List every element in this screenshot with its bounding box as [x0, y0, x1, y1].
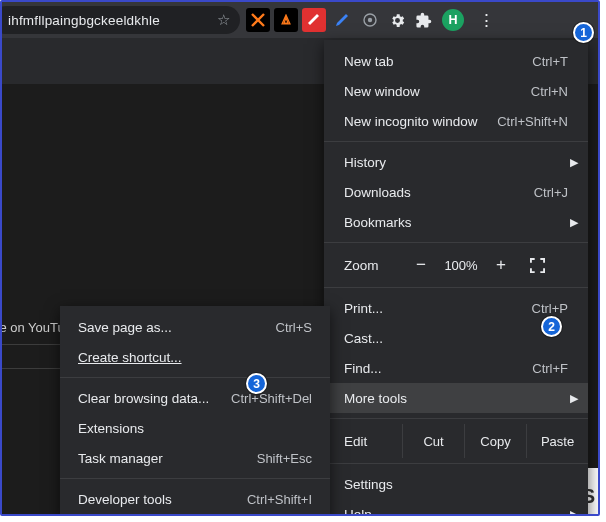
extension-icon-2[interactable] — [274, 8, 298, 32]
chrome-main-menu: New tabCtrl+T New windowCtrl+N New incog… — [324, 40, 588, 516]
annotation-badge-2: 2 — [541, 316, 562, 337]
fullscreen-icon[interactable] — [522, 250, 552, 280]
menu-separator — [60, 478, 330, 479]
edit-paste-button[interactable]: Paste — [526, 424, 588, 458]
zoom-in-button[interactable]: + — [486, 255, 516, 275]
extension-icon-1[interactable] — [246, 8, 270, 32]
submenu-task-manager[interactable]: Task managerShift+Esc — [60, 443, 330, 473]
menu-downloads[interactable]: DownloadsCtrl+J — [324, 177, 588, 207]
menu-help[interactable]: Help▶ — [324, 499, 588, 516]
chevron-right-icon: ▶ — [570, 216, 578, 229]
menu-settings[interactable]: Settings — [324, 469, 588, 499]
menu-new-window[interactable]: New windowCtrl+N — [324, 76, 588, 106]
menu-history[interactable]: History▶ — [324, 147, 588, 177]
address-bar[interactable]: ihfmfllpaingbgckeeldkhle ☆ — [0, 6, 240, 34]
zoom-label: Zoom — [344, 258, 406, 273]
submenu-create-shortcut[interactable]: Create shortcut... — [60, 342, 330, 372]
menu-separator — [324, 463, 588, 464]
edit-cut-button[interactable]: Cut — [402, 424, 464, 458]
annotation-badge-1: 1 — [573, 22, 594, 43]
menu-separator — [324, 141, 588, 142]
menu-zoom-row: Zoom − 100% + — [324, 248, 588, 282]
menu-separator — [60, 377, 330, 378]
extensions-puzzle-icon[interactable] — [412, 9, 434, 31]
window-frame: ihfmfllpaingbgckeeldkhle ☆ H ⋮ erience o… — [0, 0, 600, 516]
chevron-right-icon: ▶ — [570, 392, 578, 405]
menu-kebab-icon[interactable]: ⋮ — [472, 6, 500, 34]
menu-separator — [324, 287, 588, 288]
browser-toolbar: ihfmfllpaingbgckeeldkhle ☆ H ⋮ — [2, 2, 598, 38]
extension-icon-3[interactable] — [302, 8, 326, 32]
edit-copy-button[interactable]: Copy — [464, 424, 526, 458]
chevron-right-icon: ▶ — [570, 508, 578, 517]
menu-separator — [324, 242, 588, 243]
menu-new-incognito[interactable]: New incognito windowCtrl+Shift+N — [324, 106, 588, 136]
chevron-right-icon: ▶ — [570, 156, 578, 169]
address-text: ihfmfllpaingbgckeeldkhle — [8, 13, 213, 28]
annotation-badge-3: 3 — [246, 373, 267, 394]
profile-avatar[interactable]: H — [442, 9, 464, 31]
zoom-out-button[interactable]: − — [406, 255, 436, 275]
menu-separator — [324, 418, 588, 419]
menu-more-tools[interactable]: More tools▶ — [324, 383, 588, 413]
menu-bookmarks[interactable]: Bookmarks▶ — [324, 207, 588, 237]
extension-icons: H ⋮ — [246, 6, 504, 34]
submenu-developer-tools[interactable]: Developer toolsCtrl+Shift+I — [60, 484, 330, 514]
extension-icon-4[interactable] — [330, 8, 354, 32]
more-tools-submenu: Save page as...Ctrl+S Create shortcut...… — [60, 306, 330, 516]
submenu-clear-browsing-data[interactable]: Clear browsing data...Ctrl+Shift+Del — [60, 383, 330, 413]
submenu-extensions[interactable]: Extensions — [60, 413, 330, 443]
edit-label: Edit — [344, 434, 402, 449]
settings-gear-icon[interactable] — [386, 9, 408, 31]
svg-point-1 — [368, 18, 372, 22]
menu-find[interactable]: Find...Ctrl+F — [324, 353, 588, 383]
zoom-percent: 100% — [436, 258, 486, 273]
extension-icon-5[interactable] — [358, 8, 382, 32]
menu-new-tab[interactable]: New tabCtrl+T — [324, 46, 588, 76]
menu-edit-row: Edit Cut Copy Paste — [324, 424, 588, 458]
submenu-save-page[interactable]: Save page as...Ctrl+S — [60, 312, 330, 342]
bookmark-star-icon[interactable]: ☆ — [217, 11, 230, 29]
